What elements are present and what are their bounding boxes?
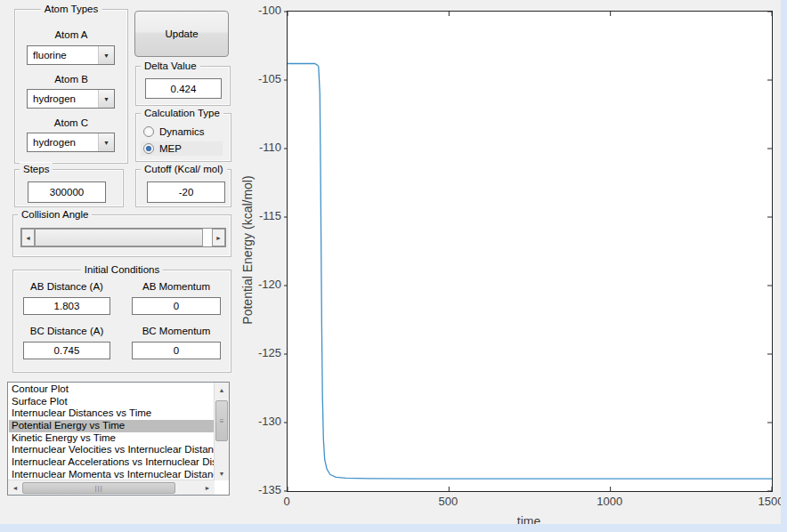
atom-b-value: hydrogen: [28, 90, 98, 108]
initial-conditions-group: Initial Conditions AB Distance (A) AB Mo…: [12, 270, 231, 373]
list-item[interactable]: Internuclear Accelerations vs Internucle…: [9, 456, 214, 469]
plot-type-listbox[interactable]: Contour PlotSurface PlotInternuclear Dis…: [7, 382, 230, 496]
atom-a-value: fluorine: [28, 46, 98, 64]
bc-momentum-label: BC Momentum: [132, 326, 221, 336]
x-tick-label: 500: [421, 495, 475, 508]
ab-distance-field[interactable]: 1.803: [23, 297, 110, 315]
list-item[interactable]: Contour Plot: [9, 383, 214, 396]
horizontal-scrollbar[interactable]: ◄ ||| ►: [8, 480, 215, 495]
list-item[interactable]: Internuclear Distances vs Time: [9, 407, 214, 420]
atom-a-dropdown[interactable]: fluorine ▼: [27, 45, 115, 65]
slider-right-arrow-icon[interactable]: ►: [212, 229, 225, 246]
ab-distance-label: AB Distance (A): [23, 281, 110, 292]
listbox-items: Contour PlotSurface PlotInternuclear Dis…: [9, 383, 214, 480]
radio-dynamics[interactable]: Dynamics: [141, 125, 207, 139]
list-item[interactable]: Internuclear Momenta vs Internuclear Dis…: [9, 469, 214, 480]
chevron-down-icon[interactable]: ▼: [98, 133, 114, 151]
scroll-right-icon[interactable]: ►: [200, 480, 215, 495]
y-tick-label: -130: [240, 415, 281, 428]
ab-momentum-field[interactable]: 0: [132, 297, 221, 315]
steps-title: Steps: [20, 163, 53, 175]
slider-thumb[interactable]: [35, 229, 203, 246]
scroll-up-icon[interactable]: ▲: [215, 383, 229, 397]
list-item[interactable]: Kinetic Energy vs Time: [9, 432, 214, 445]
delta-value-group: Delta Value 0.424: [135, 66, 231, 106]
radio-mep-label: MEP: [159, 143, 182, 154]
list-item[interactable]: Internuclear Velocities vs Internuclear …: [9, 444, 214, 456]
radio-mep[interactable]: MEP: [141, 141, 223, 156]
y-tick-label: -110: [240, 141, 281, 154]
plot-area: [287, 11, 773, 492]
atom-c-value: hydrogen: [28, 133, 98, 151]
delta-value-title: Delta Value: [141, 60, 200, 72]
atom-types-title: Atom Types: [41, 3, 102, 15]
delta-value-field[interactable]: 0.424: [145, 78, 222, 99]
y-tick-label: -125: [240, 346, 281, 359]
x-tick-label: 0: [260, 495, 313, 508]
chevron-down-icon[interactable]: ▼: [98, 46, 114, 64]
steps-group: Steps 300000: [14, 169, 124, 207]
cutoff-group: Cutoff (Kcal/ mol) -20: [135, 169, 231, 207]
steps-field[interactable]: 300000: [28, 181, 106, 203]
atom-b-dropdown[interactable]: hydrogen ▼: [27, 89, 115, 109]
y-tick-label: -100: [240, 4, 281, 17]
cutoff-title: Cutoff (Kcal/ mol): [141, 163, 227, 175]
slider-left-arrow-icon[interactable]: ◄: [21, 229, 35, 246]
atom-b-label: Atom B: [15, 74, 127, 85]
y-axis-label: Potential Energy (kcal/mol): [240, 175, 255, 324]
window-edge-right: [781, 0, 787, 532]
y-tick-label: -120: [240, 278, 281, 291]
collision-angle-group: Collision Angle ◄ ►: [12, 214, 231, 257]
calculation-type-title: Calculation Type: [141, 107, 223, 119]
calculation-type-group: Calculation Type Dynamics MEP: [135, 113, 231, 162]
window-edge-bottom: [0, 524, 787, 532]
initial-conditions-title: Initial Conditions: [81, 263, 163, 276]
y-tick-label: -105: [240, 72, 281, 85]
bc-momentum-field[interactable]: 0: [132, 342, 221, 359]
list-item[interactable]: Surface Plot: [9, 396, 214, 408]
radio-dynamics-label: Dynamics: [159, 126, 204, 137]
list-item[interactable]: Potential Energy vs Time: [9, 420, 214, 432]
bc-distance-field[interactable]: 0.745: [23, 342, 110, 359]
bc-distance-label: BC Distance (A): [23, 326, 110, 336]
collision-angle-title: Collision Angle: [18, 208, 92, 221]
slider-track[interactable]: [203, 229, 212, 246]
vertical-scrollbar[interactable]: ▲ ≡ ▼: [214, 383, 229, 480]
x-tick-label: 1000: [583, 495, 637, 508]
y-tick-label: -115: [240, 209, 281, 222]
atom-c-dropdown[interactable]: hydrogen ▼: [27, 133, 115, 152]
scroll-down-icon[interactable]: ▼: [215, 466, 229, 480]
collision-angle-slider[interactable]: ◄ ►: [20, 228, 226, 247]
atom-types-group: Atom Types Atom A fluorine ▼ Atom B hydr…: [14, 9, 128, 164]
chevron-down-icon[interactable]: ▼: [98, 90, 114, 108]
horizontal-scroll-thumb[interactable]: |||: [22, 482, 175, 494]
cutoff-field[interactable]: -20: [147, 181, 225, 203]
atom-a-label: Atom A: [15, 29, 127, 40]
radio-selected-icon[interactable]: [143, 143, 154, 154]
radio-unselected-icon[interactable]: [143, 126, 154, 137]
update-button[interactable]: Update: [134, 11, 229, 57]
ab-momentum-label: AB Momentum: [132, 281, 221, 292]
scroll-left-icon[interactable]: ◄: [8, 480, 22, 495]
y-tick-label: -135: [240, 483, 281, 496]
chart-canvas: [288, 12, 772, 491]
atom-c-label: Atom C: [15, 117, 127, 128]
series-line: [288, 64, 772, 480]
vertical-scroll-thumb[interactable]: ≡: [215, 400, 228, 441]
